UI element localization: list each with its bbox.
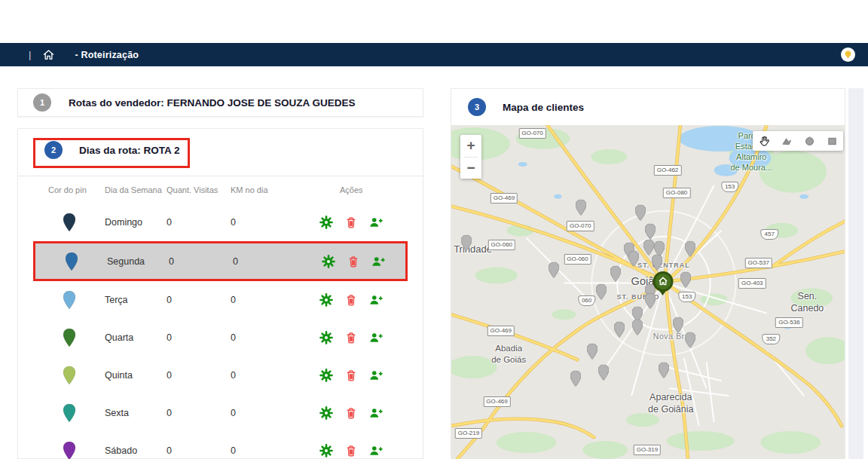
road-shield: GO-060: [488, 240, 515, 250]
clients-map-title: Mapa de clientes: [503, 102, 584, 113]
km-count: 0: [231, 332, 313, 343]
route-days-table-header: Cor do pin Dia da Semana Quant. Visitas …: [33, 176, 408, 203]
person-add-icon[interactable]: [369, 293, 383, 307]
road-shield: GO-537: [744, 258, 772, 268]
client-marker-icon[interactable]: [549, 262, 559, 280]
road-shield: GO-219: [455, 428, 482, 439]
circle-tool-icon[interactable]: [802, 134, 816, 148]
route-day-row-sexta[interactable]: Sexta00: [33, 394, 408, 432]
trash-icon[interactable]: [344, 293, 358, 307]
km-count: 0: [231, 217, 313, 228]
client-marker-icon[interactable]: [645, 293, 656, 312]
trash-icon[interactable]: [344, 406, 358, 420]
client-marker-icon[interactable]: [685, 332, 695, 351]
route-day-row-sábado[interactable]: Sábado00: [33, 432, 408, 459]
breadcrumb: - Roteirização: [75, 50, 139, 60]
map-place-label: Abadiade Goiás: [491, 343, 526, 365]
person-add-icon[interactable]: [369, 216, 383, 229]
trash-icon[interactable]: [344, 444, 358, 457]
client-marker-icon[interactable]: [576, 200, 586, 219]
gear-icon[interactable]: [319, 293, 333, 307]
client-marker-icon[interactable]: [614, 321, 625, 340]
route-day-row-terça[interactable]: Terça00: [33, 281, 408, 319]
lightbulb-icon[interactable]: [841, 47, 855, 62]
km-count: 0: [231, 408, 313, 418]
row-actions: [313, 444, 408, 457]
trash-icon[interactable]: [347, 255, 360, 268]
gear-icon[interactable]: [319, 331, 333, 344]
road-shield: GO-070: [518, 128, 546, 139]
route-day-row-segunda[interactable]: Segunda00: [33, 241, 408, 281]
gear-icon[interactable]: [322, 255, 335, 268]
client-marker-icon[interactable]: [632, 320, 643, 338]
client-marker-icon[interactable]: [461, 235, 472, 254]
home-base-marker-icon[interactable]: [653, 271, 673, 295]
client-marker-icon[interactable]: [587, 344, 598, 363]
person-add-icon[interactable]: [369, 369, 383, 382]
page-right-gutter: [848, 88, 863, 459]
zoom-out-button[interactable]: −: [460, 158, 481, 179]
client-marker-icon[interactable]: [680, 272, 691, 291]
road-shield: GO-469: [487, 326, 515, 336]
client-marker-icon[interactable]: [628, 250, 639, 269]
road-shield: 352: [763, 334, 780, 344]
col-header-pin-color: Cor do pin: [33, 185, 105, 194]
row-actions: [313, 369, 408, 382]
trash-icon[interactable]: [344, 331, 358, 344]
visits-count: 0: [167, 408, 231, 418]
km-count: 0: [231, 445, 313, 456]
hand-tool-icon[interactable]: [757, 134, 771, 148]
road-shield: 153: [721, 182, 738, 192]
map-canvas[interactable]: GO-070GO-462153GO-080GO-469GO-070GO-060G…: [451, 125, 845, 459]
trash-icon[interactable]: [344, 216, 358, 229]
road-shield: 457: [761, 229, 778, 240]
route-day-row-quarta[interactable]: Quarta00: [33, 319, 408, 356]
road-shield: GO-469: [483, 396, 510, 407]
client-marker-icon[interactable]: [635, 205, 646, 224]
client-marker-icon[interactable]: [598, 365, 609, 384]
day-pin-color-icon: [33, 329, 105, 347]
day-name: Quarta: [105, 332, 167, 343]
map-place-label: Trindade: [454, 243, 492, 256]
day-name: Quinta: [105, 370, 167, 381]
client-marker-icon[interactable]: [596, 283, 607, 302]
map-place-label: ST. CENTRAL: [637, 262, 690, 270]
person-add-icon[interactable]: [369, 406, 383, 420]
gear-icon[interactable]: [319, 216, 333, 229]
home-icon[interactable]: [42, 49, 55, 61]
client-marker-icon[interactable]: [652, 254, 662, 273]
route-day-row-quinta[interactable]: Quinta00: [33, 356, 408, 394]
day-pin-color-icon: [33, 366, 105, 384]
route-day-row-domingo[interactable]: Domingo00: [33, 203, 408, 241]
client-marker-icon[interactable]: [685, 241, 695, 260]
map-drawing-toolbar: [753, 131, 843, 151]
client-marker-icon[interactable]: [673, 317, 683, 336]
zoom-in-button[interactable]: +: [460, 135, 481, 157]
gear-icon[interactable]: [319, 406, 333, 420]
client-marker-icon[interactable]: [610, 265, 621, 284]
rectangle-tool-icon[interactable]: [825, 134, 839, 148]
polygon-tool-icon[interactable]: [780, 134, 793, 148]
step-badge-2: 2: [44, 141, 63, 159]
person-add-icon[interactable]: [369, 331, 383, 344]
day-name: Segunda: [107, 256, 169, 267]
visits-count: 0: [167, 217, 231, 228]
route-days-panel: 2 Dias da rota: ROTA 2 Cor do pin Dia da…: [17, 128, 423, 459]
visits-count: 0: [167, 295, 231, 305]
row-actions: [313, 406, 408, 420]
road-shield: 060: [578, 295, 595, 306]
row-actions: [316, 255, 405, 268]
trash-icon[interactable]: [344, 369, 358, 382]
visits-count: 0: [167, 332, 231, 343]
client-marker-icon[interactable]: [570, 371, 581, 390]
person-add-icon[interactable]: [371, 255, 385, 268]
gear-icon[interactable]: [319, 369, 333, 382]
km-count: 0: [231, 370, 313, 381]
person-add-icon[interactable]: [369, 444, 383, 457]
gear-icon[interactable]: [319, 444, 333, 457]
col-header-actions: Ações: [313, 185, 408, 194]
road-shield: GO-403: [738, 278, 766, 289]
top-navbar: | - Roteirização: [0, 43, 868, 66]
day-pin-color-icon: [33, 213, 105, 231]
client-marker-icon[interactable]: [659, 363, 669, 381]
